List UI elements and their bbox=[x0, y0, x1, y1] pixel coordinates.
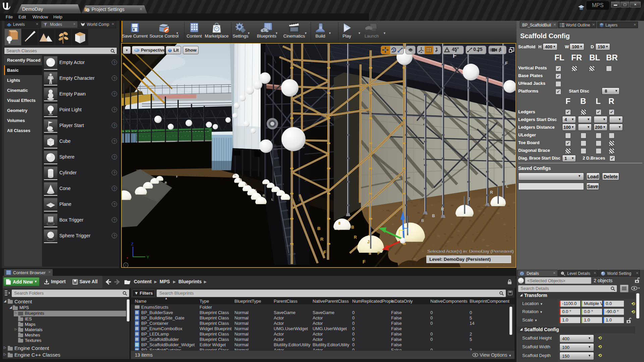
svg-text:R: R bbox=[240, 178, 242, 181]
svg-text:L: L bbox=[506, 184, 508, 188]
svg-text:R: R bbox=[245, 183, 248, 186]
svg-text:Y: Y bbox=[147, 255, 149, 259]
svg-text:?: ? bbox=[125, 264, 126, 267]
svg-text:J: J bbox=[367, 240, 370, 244]
svg-text:B: B bbox=[317, 226, 320, 231]
svg-text:?: ? bbox=[562, 272, 564, 275]
svg-text:B: B bbox=[165, 181, 167, 184]
svg-text:L: L bbox=[234, 173, 236, 176]
svg-text:R: R bbox=[354, 235, 357, 240]
svg-text:Z: Z bbox=[131, 242, 133, 246]
svg-text:8: 8 bbox=[338, 221, 340, 225]
svg-text:J: J bbox=[512, 181, 514, 184]
svg-text:J: J bbox=[468, 197, 470, 201]
svg-text:B: B bbox=[263, 194, 265, 197]
svg-text:B: B bbox=[421, 219, 424, 223]
svg-text:Level: DemoDay (Persistent): Level: DemoDay (Persistent) bbox=[429, 257, 491, 262]
svg-text:F: F bbox=[363, 259, 366, 264]
svg-text:B: B bbox=[351, 225, 354, 230]
svg-text:L: L bbox=[255, 188, 257, 192]
svg-text:B: B bbox=[432, 214, 435, 218]
svg-text:F: F bbox=[505, 61, 508, 66]
svg-text:F: F bbox=[323, 250, 326, 255]
svg-text:R: R bbox=[320, 237, 324, 242]
svg-text:F: F bbox=[377, 251, 380, 256]
svg-text:F: F bbox=[176, 175, 178, 178]
svg-text:R: R bbox=[441, 207, 444, 212]
svg-text:R: R bbox=[490, 190, 493, 195]
svg-text:L: L bbox=[271, 198, 273, 201]
svg-text:*: * bbox=[126, 256, 128, 261]
svg-text:Selected Actor(s) in: DemoDay: Selected Actor(s) in: DemoDay (Persisten… bbox=[427, 249, 514, 254]
